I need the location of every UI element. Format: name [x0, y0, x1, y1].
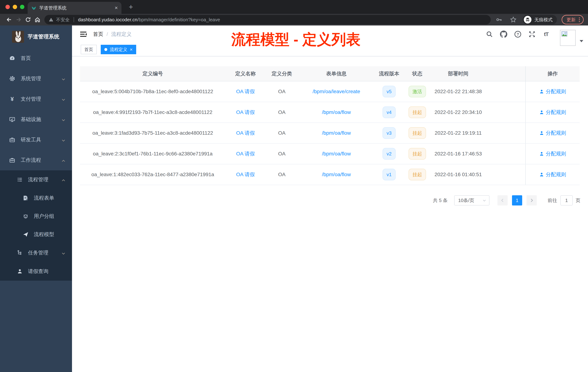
- assign-rule-button[interactable]: 分配规则: [539, 150, 566, 157]
- browser-toolbar: 不安全 dashboard.yudao.iocoder.cn/bpm/manag…: [0, 14, 588, 25]
- address-bar[interactable]: 不安全 dashboard.yudao.iocoder.cn/bpm/manag…: [44, 15, 491, 24]
- traffic-lights: [5, 5, 24, 9]
- user-icon: [539, 110, 544, 115]
- active-dot-icon: [104, 48, 107, 51]
- cell-deploy-time: 2022-01-16 17:46:53: [431, 143, 485, 164]
- new-tab-button[interactable]: +: [126, 3, 135, 12]
- table-row: oa_leave:3:1fad3d93-7b75-11ec-a3c8-acde4…: [80, 123, 580, 143]
- sidebar-item-workflow[interactable]: 工作流程: [0, 150, 72, 170]
- chevron-down-icon: [62, 118, 65, 123]
- sidebar-item-label: 研发工具: [21, 136, 41, 143]
- sidebar-item-label: 工作流程: [21, 157, 41, 164]
- window-minimize-button[interactable]: [13, 5, 17, 9]
- sidebar-item-process-management[interactable]: 流程管理: [0, 170, 72, 189]
- sidebar-item-process-form[interactable]: 流程表单: [0, 189, 72, 207]
- pagination: 共 5 条 10条/页 1 前往 页: [80, 195, 580, 206]
- tab-title: 芋道管理系统: [39, 5, 112, 11]
- sidebar-item-payment[interactable]: ¥ 支付管理: [0, 89, 72, 109]
- font-size-icon[interactable]: tT: [542, 30, 550, 38]
- col-process-version: 流程版本: [375, 66, 404, 81]
- page-unit-label: 页: [576, 197, 580, 204]
- assign-rule-button[interactable]: 分配规则: [539, 130, 566, 136]
- sidebar-item-devtools[interactable]: 研发工具: [0, 130, 72, 150]
- bookmark-star-icon[interactable]: [509, 15, 518, 24]
- help-icon[interactable]: ?: [514, 30, 522, 38]
- chrome-menu-icon[interactable]: [579, 17, 580, 22]
- tag-process-definition[interactable]: 流程定义 ×: [101, 45, 136, 54]
- browser-tab[interactable]: 芋道管理系统 ×: [28, 2, 121, 14]
- search-icon[interactable]: [485, 30, 494, 38]
- prev-page-button[interactable]: [497, 195, 508, 206]
- divider: [74, 17, 74, 22]
- user-icon: [539, 152, 544, 156]
- definition-name-link[interactable]: OA 请假: [236, 151, 255, 156]
- status-badge: 激活: [409, 86, 426, 97]
- github-icon[interactable]: [500, 30, 508, 38]
- sidebar-item-system[interactable]: 系统管理: [0, 68, 72, 89]
- status-badge: 挂起: [409, 107, 426, 118]
- url-path: /bpm/manager/definition?key=oa_leave: [137, 17, 220, 22]
- form-link[interactable]: /bpm/oa/flow: [322, 130, 351, 136]
- sidebar-item-user-group[interactable]: 用户分组: [0, 207, 72, 225]
- sidebar-item-process-model[interactable]: 流程模型: [0, 225, 72, 243]
- sidebar-item-leave-query[interactable]: 请假查询: [0, 262, 72, 281]
- form-link[interactable]: /bpm/oa/leave/create: [313, 89, 360, 94]
- password-key-icon[interactable]: [494, 15, 504, 24]
- status-badge: 挂起: [409, 127, 426, 139]
- avatar[interactable]: [560, 30, 576, 46]
- sidebar-item-task-management[interactable]: 任务管理: [0, 243, 72, 262]
- sidebar-item-label: 请假查询: [28, 268, 48, 275]
- dashboard-icon: [9, 55, 15, 61]
- assign-rule-button[interactable]: 分配规则: [539, 109, 566, 116]
- next-page-button[interactable]: [526, 195, 537, 206]
- assign-rule-button[interactable]: 分配规则: [539, 171, 566, 178]
- sidebar-item-label: 支付管理: [21, 96, 41, 102]
- home-icon[interactable]: [33, 15, 42, 24]
- sidebar-item-infra[interactable]: 基础设施: [0, 109, 72, 130]
- caret-down-icon[interactable]: [580, 40, 583, 42]
- breadcrumb: 首页 / 流程定义: [93, 31, 132, 38]
- breadcrumb-home[interactable]: 首页: [93, 31, 103, 38]
- col-form-info: 表单信息: [298, 66, 375, 81]
- total-count: 共 5 条: [433, 197, 448, 204]
- reload-icon[interactable]: [23, 15, 33, 24]
- sidebar-logo[interactable]: 芋道管理系统: [0, 25, 72, 48]
- page-size-select[interactable]: 10条/页: [454, 195, 489, 206]
- url-text[interactable]: dashboard.yudao.iocoder.cn/bpm/manager/d…: [78, 17, 220, 22]
- status-badge: 挂起: [409, 169, 426, 180]
- window-zoom-button[interactable]: [20, 5, 24, 9]
- chrome-update-button[interactable]: 更新: [562, 15, 584, 24]
- tab-close-icon[interactable]: ×: [115, 5, 118, 11]
- page-size-value: 10条/页: [458, 197, 474, 204]
- sidebar-toggle-icon[interactable]: [77, 28, 89, 40]
- chevron-down-icon: [62, 138, 65, 144]
- definition-name-link[interactable]: OA 请假: [236, 130, 255, 136]
- sidebar-item-label: 流程表单: [34, 195, 54, 201]
- window-close-button[interactable]: [5, 5, 10, 9]
- security-label[interactable]: 不安全: [56, 17, 70, 23]
- assign-rule-button[interactable]: 分配规则: [539, 88, 566, 95]
- tag-close-icon[interactable]: ×: [130, 47, 133, 52]
- page-number-1[interactable]: 1: [512, 195, 522, 206]
- version-badge: v5: [383, 86, 395, 97]
- navbar: 首页 / 流程定义 ? t: [72, 25, 588, 43]
- sidebar-item-home[interactable]: 首页: [0, 48, 72, 68]
- version-badge: v2: [383, 148, 395, 160]
- form-link[interactable]: /bpm/oa/flow: [322, 109, 351, 115]
- forward-icon[interactable]: [14, 15, 23, 24]
- back-icon[interactable]: [4, 15, 14, 24]
- user-icon: [539, 89, 544, 94]
- definition-name-link[interactable]: OA 请假: [236, 109, 255, 115]
- toolbar-right: 无痕模式 更新: [494, 15, 584, 24]
- update-label[interactable]: 更新: [567, 17, 576, 23]
- definition-name-link[interactable]: OA 请假: [236, 89, 255, 94]
- form-link[interactable]: /bpm/oa/flow: [322, 172, 351, 177]
- definition-table: 定义编号 定义名称 定义分类 表单信息 流程版本 状态 部署时间 操作: [80, 66, 580, 185]
- goto-page-input[interactable]: [560, 195, 573, 206]
- fullscreen-icon[interactable]: [528, 30, 536, 38]
- definition-name-link[interactable]: OA 请假: [236, 172, 255, 177]
- tag-home[interactable]: 首页: [81, 45, 97, 54]
- form-link[interactable]: /bpm/oa/flow: [322, 151, 351, 156]
- tags-view: 首页 流程定义 ×: [72, 43, 588, 56]
- status-badge: 挂起: [409, 148, 426, 160]
